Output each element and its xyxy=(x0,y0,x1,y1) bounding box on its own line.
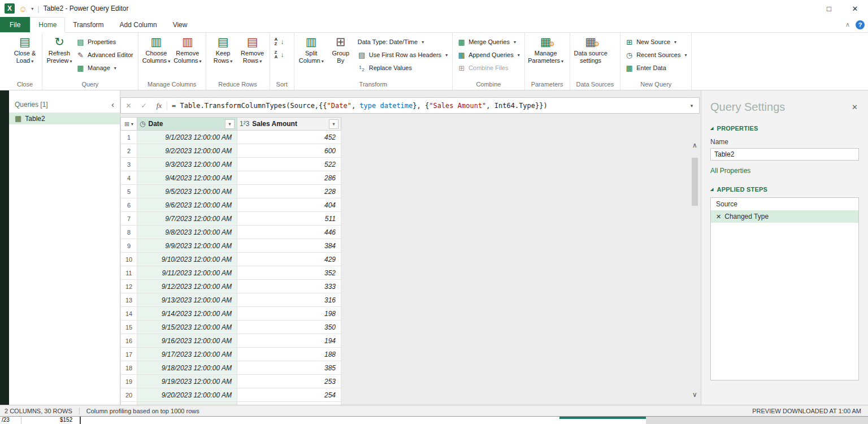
row-number[interactable]: 12 xyxy=(120,280,137,293)
row-number[interactable]: 4 xyxy=(120,171,137,185)
row-number[interactable]: 5 xyxy=(120,185,137,198)
cell-sales-amount[interactable]: 188 xyxy=(237,348,341,361)
row-number[interactable]: 3 xyxy=(120,158,137,171)
row-number[interactable]: 8 xyxy=(120,226,137,239)
cell-date[interactable]: 9/8/2023 12:00:00 AM xyxy=(137,226,237,239)
cell-sales-amount[interactable]: 198 xyxy=(237,307,341,321)
cell-sales-amount[interactable]: 511 xyxy=(237,212,341,226)
row-number[interactable]: 9 xyxy=(120,239,137,253)
tab-file[interactable]: File xyxy=(0,17,30,32)
cell-date[interactable]: 9/18/2023 12:00:00 AM xyxy=(137,361,237,375)
cell-sales-amount[interactable]: 228 xyxy=(237,185,341,198)
row-number[interactable]: 10 xyxy=(120,253,137,266)
cell-sales-amount[interactable]: 522 xyxy=(237,158,341,171)
cell-date[interactable]: 9/17/2023 12:00:00 AM xyxy=(137,348,237,361)
expand-formula-icon[interactable]: ▾ xyxy=(684,103,699,109)
row-number[interactable]: 13 xyxy=(120,293,137,307)
cell-sales-amount[interactable]: 384 xyxy=(237,239,341,253)
datetime-type-icon[interactable]: ◷ xyxy=(140,120,145,128)
scroll-down-icon[interactable]: ∨ xyxy=(692,391,697,398)
cell-date[interactable]: 9/11/2023 12:00:00 AM xyxy=(137,266,237,280)
row-number[interactable]: 18 xyxy=(120,361,137,375)
manage-parameters-button[interactable]: ▦⚙ Manage Parameters▾ xyxy=(528,33,564,65)
cell-date[interactable]: 9/7/2023 12:00:00 AM xyxy=(137,212,237,226)
column-header-date[interactable]: ◷ Date ▾ xyxy=(137,117,237,131)
row-number[interactable] xyxy=(120,402,137,405)
cell-sales-amount[interactable]: 446 xyxy=(237,226,341,239)
close-and-load-button[interactable]: ▤ Close & Load▾ xyxy=(11,33,39,65)
cell-date[interactable]: 9/2/2023 12:00:00 AM xyxy=(137,144,237,158)
recent-sources-button[interactable]: ◷ Recent Sources ▾ xyxy=(623,50,688,60)
cell-date[interactable]: 9/6/2023 12:00:00 AM xyxy=(137,198,237,212)
tab-home[interactable]: Home xyxy=(30,17,65,33)
cell-date[interactable]: 9/9/2023 12:00:00 AM xyxy=(137,239,237,253)
cell-sales-amount[interactable]: 333 xyxy=(237,280,341,293)
cell-date[interactable]: 9/5/2023 12:00:00 AM xyxy=(137,185,237,198)
collapse-ribbon-icon[interactable]: ∧ xyxy=(845,21,850,28)
refresh-preview-button[interactable]: ↻ Refresh Preview▾ xyxy=(45,33,73,65)
close-settings-icon[interactable]: ✕ xyxy=(852,103,858,111)
remove-rows-button[interactable]: ▤ Remove Rows▾ xyxy=(238,33,267,65)
cell-date[interactable]: 9/13/2023 12:00:00 AM xyxy=(137,293,237,307)
sort-descending-button[interactable]: ZA ↓ xyxy=(273,50,286,60)
row-number[interactable]: 1 xyxy=(120,131,137,144)
row-number[interactable]: 17 xyxy=(120,348,137,361)
cell-date[interactable]: 9/14/2023 12:00:00 AM xyxy=(137,307,237,321)
cell-sales-amount[interactable]: 452 xyxy=(237,131,341,144)
cancel-formula-icon[interactable]: ✕ xyxy=(121,102,136,110)
select-all-corner[interactable]: ⊞▾ xyxy=(120,117,137,131)
scrollbar-thumb[interactable] xyxy=(692,158,698,206)
append-queries-button[interactable]: ▦ Append Queries ▾ xyxy=(455,50,522,60)
tab-view[interactable]: View xyxy=(165,17,196,32)
scroll-up-icon[interactable]: ∧ xyxy=(692,142,697,149)
cell-date[interactable]: 9/20/2023 12:00:00 AM xyxy=(137,388,237,402)
close-window-button[interactable]: ✕ xyxy=(842,0,868,17)
commit-formula-icon[interactable]: ✓ xyxy=(136,102,151,110)
cell-date[interactable]: 9/15/2023 12:00:00 AM xyxy=(137,321,237,334)
cell-date[interactable]: 9/3/2023 12:00:00 AM xyxy=(137,158,237,171)
row-number[interactable]: 6 xyxy=(120,198,137,212)
all-properties-link[interactable]: All Properties xyxy=(710,167,859,175)
cell-sales-amount[interactable]: 253 xyxy=(237,375,341,388)
cell-date[interactable]: 9/19/2023 12:00:00 AM xyxy=(137,375,237,388)
properties-section-header[interactable]: ◢ PROPERTIES xyxy=(710,125,859,132)
formula-text[interactable]: = Table.TransformColumnTypes(Source,{{"D… xyxy=(167,102,684,110)
sort-ascending-button[interactable]: AZ ↓ xyxy=(273,37,286,47)
collapse-pane-icon[interactable]: ‹ xyxy=(111,100,114,109)
cell-sales-amount[interactable] xyxy=(237,402,341,405)
filter-button[interactable]: ▾ xyxy=(225,119,235,129)
keep-rows-button[interactable]: ▤ Keep Rows▾ xyxy=(209,33,237,65)
merge-queries-button[interactable]: ▦ Merge Queries ▾ xyxy=(455,37,522,47)
column-header-sales-amount[interactable]: 1²3 Sales Amount ▾ xyxy=(237,117,341,131)
delete-step-icon[interactable]: ✕ xyxy=(716,213,721,220)
quick-access-caret-icon[interactable]: ▾ xyxy=(31,6,33,11)
row-number[interactable]: 7 xyxy=(120,212,137,226)
query-list-item[interactable]: ▦Table2 xyxy=(9,113,120,124)
use-first-row-as-headers-button[interactable]: ▤ Use First Row as Headers ▾ xyxy=(356,50,449,60)
row-number[interactable]: 15 xyxy=(120,321,137,334)
vertical-scrollbar[interactable]: ∧ ∨ xyxy=(691,142,699,398)
cell-date[interactable] xyxy=(137,402,237,405)
manage-button[interactable]: ▦ Manage ▾ xyxy=(75,63,135,73)
row-number[interactable]: 19 xyxy=(120,375,137,388)
cell-sales-amount[interactable]: 600 xyxy=(237,144,341,158)
number-type-icon[interactable]: 1²3 xyxy=(240,120,249,128)
applied-step[interactable]: ✕Changed Type xyxy=(711,210,858,223)
maximize-button[interactable]: □ xyxy=(816,0,842,17)
cell-sales-amount[interactable]: 350 xyxy=(237,321,341,334)
row-number[interactable]: 16 xyxy=(120,334,137,348)
data-type-button[interactable]: Data Type: Date/Time ▾ xyxy=(356,37,449,47)
cell-date[interactable]: 9/16/2023 12:00:00 AM xyxy=(137,334,237,348)
advanced-editor-button[interactable]: ✎ Advanced Editor xyxy=(75,50,135,60)
cell-date[interactable]: 9/1/2023 12:00:00 AM xyxy=(137,131,237,144)
tab-transform[interactable]: Transform xyxy=(65,17,111,32)
data-source-settings-button[interactable]: ▦⚙ Data source settings xyxy=(573,33,609,64)
choose-columns-button[interactable]: ▥ Choose Columns▾ xyxy=(141,33,171,65)
cell-sales-amount[interactable]: 194 xyxy=(237,334,341,348)
cell-sales-amount[interactable]: 429 xyxy=(237,253,341,266)
row-number[interactable]: 11 xyxy=(120,266,137,280)
filter-button[interactable]: ▾ xyxy=(329,119,338,129)
cell-sales-amount[interactable]: 316 xyxy=(237,293,341,307)
row-number[interactable]: 2 xyxy=(120,144,137,158)
cell-date[interactable]: 9/12/2023 12:00:00 AM xyxy=(137,280,237,293)
